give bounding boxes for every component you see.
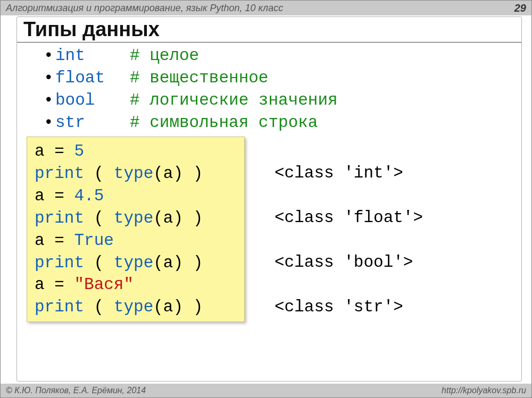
bullet-icon: •: [44, 67, 55, 89]
page-number: 29: [514, 2, 526, 14]
code-line: print ( type(a) ): [35, 252, 237, 274]
code-line: print ( type(a) ): [35, 163, 237, 185]
type-row: • int # целое: [44, 45, 521, 67]
code-line: a = 4.5: [35, 185, 237, 207]
output-spacer: [275, 184, 521, 207]
type-keyword: str: [55, 112, 130, 134]
output-line: <class 'float'>: [275, 207, 521, 229]
slide-title: Типы данных: [17, 17, 521, 43]
type-comment: # логические значения: [130, 89, 338, 112]
footer-url: http://kpolyakov.spb.ru: [442, 386, 526, 395]
type-keyword: bool: [55, 89, 130, 112]
header-bar: Алгоритмизация и программирование, язык …: [1, 1, 531, 15]
type-keyword: int: [55, 45, 130, 67]
bullet-icon: •: [44, 89, 55, 112]
code-line: print ( type(a) ): [35, 207, 237, 230]
type-comment: # вещественное: [130, 67, 268, 89]
header-title: Алгоритмизация и программирование, язык …: [6, 3, 283, 14]
footer-bar: © К.Ю. Поляков, Е.А. Ерёмин, 2014 http:/…: [1, 384, 531, 397]
code-line: a = 5: [35, 140, 237, 163]
code-output-row: a = 5 print ( type(a) ) a = 4.5 print ( …: [17, 137, 521, 322]
output-line: <class 'int'>: [275, 162, 521, 184]
output-spacer: [275, 274, 521, 296]
type-comment: # целое: [130, 45, 199, 67]
bullet-icon: •: [44, 45, 55, 67]
output-line: <class 'bool'>: [275, 251, 521, 274]
bullet-icon: •: [44, 112, 55, 134]
code-line: a = True: [35, 230, 237, 252]
content-panel: Типы данных • int # целое • float # веще…: [16, 16, 522, 382]
type-keyword: float: [55, 67, 130, 89]
slide: Алгоритмизация и программирование, язык …: [0, 0, 532, 398]
type-row: • bool # логические значения: [44, 89, 521, 112]
footer-copyright: © К.Ю. Поляков, Е.А. Ерёмин, 2014: [6, 386, 146, 395]
code-line: a = "Вася": [35, 274, 237, 296]
code-line: print ( type(a) ): [35, 296, 237, 318]
output-line: <class 'str'>: [275, 296, 521, 318]
output-spacer: [275, 140, 521, 162]
type-row: • float # вещественное: [44, 67, 521, 89]
output-column: <class 'int'> <class 'float'> <class 'bo…: [245, 137, 521, 322]
type-row: • str # символьная строка: [44, 112, 521, 134]
code-box: a = 5 print ( type(a) ) a = 4.5 print ( …: [27, 137, 245, 322]
output-spacer: [275, 229, 521, 251]
type-comment: # символьная строка: [130, 112, 318, 134]
types-list: • int # целое • float # вещественное • b…: [17, 43, 521, 133]
